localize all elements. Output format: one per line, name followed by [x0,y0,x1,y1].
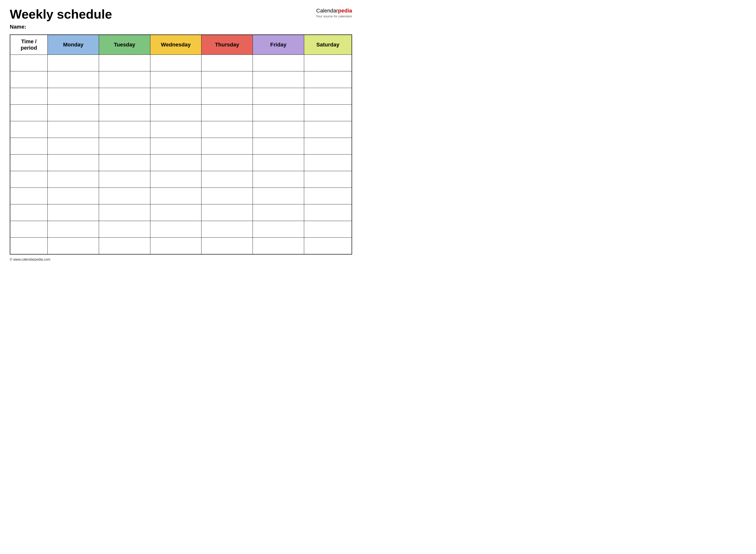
table-row [10,155,352,171]
schedule-cell[interactable] [253,204,304,221]
time-cell[interactable] [10,155,48,171]
schedule-cell[interactable] [99,121,150,138]
schedule-cell[interactable] [99,204,150,221]
schedule-cell[interactable] [99,221,150,238]
schedule-cell[interactable] [99,238,150,254]
schedule-cell[interactable] [150,204,202,221]
schedule-cell[interactable] [150,88,202,105]
schedule-cell[interactable] [253,105,304,121]
time-cell[interactable] [10,238,48,254]
schedule-cell[interactable] [253,88,304,105]
schedule-cell[interactable] [304,88,352,105]
schedule-cell[interactable] [48,155,99,171]
schedule-cell[interactable] [48,105,99,121]
time-cell[interactable] [10,88,48,105]
schedule-cell[interactable] [304,204,352,221]
schedule-cell[interactable] [99,155,150,171]
schedule-cell[interactable] [253,121,304,138]
schedule-cell[interactable] [253,238,304,254]
schedule-cell[interactable] [99,88,150,105]
time-cell[interactable] [10,221,48,238]
logo-calendar-text: Calendar [316,8,338,14]
schedule-cell[interactable] [304,221,352,238]
schedule-cell[interactable] [202,155,253,171]
schedule-cell[interactable] [150,238,202,254]
schedule-cell[interactable] [253,155,304,171]
time-cell[interactable] [10,71,48,88]
col-header-monday: Monday [48,35,99,55]
schedule-cell[interactable] [99,188,150,204]
schedule-cell[interactable] [304,55,352,71]
schedule-cell[interactable] [99,55,150,71]
time-cell[interactable] [10,188,48,204]
col-header-thursday: Thursday [202,35,253,55]
col-header-friday: Friday [253,35,304,55]
schedule-cell[interactable] [202,171,253,188]
time-cell[interactable] [10,55,48,71]
title-area: Weekly schedule [10,7,112,21]
table-row [10,221,352,238]
time-cell[interactable] [10,138,48,155]
schedule-cell[interactable] [304,71,352,88]
schedule-cell[interactable] [48,121,99,138]
name-label: Name: [10,24,352,30]
table-row [10,55,352,71]
schedule-cell[interactable] [48,138,99,155]
schedule-cell[interactable] [150,105,202,121]
schedule-cell[interactable] [150,221,202,238]
schedule-cell[interactable] [202,204,253,221]
time-cell[interactable] [10,121,48,138]
schedule-cell[interactable] [304,138,352,155]
schedule-cell[interactable] [202,71,253,88]
schedule-cell[interactable] [202,138,253,155]
schedule-cell[interactable] [202,221,253,238]
schedule-cell[interactable] [253,171,304,188]
schedule-cell[interactable] [304,188,352,204]
schedule-cell[interactable] [253,138,304,155]
schedule-cell[interactable] [304,155,352,171]
schedule-cell[interactable] [48,88,99,105]
time-cell[interactable] [10,105,48,121]
schedule-cell[interactable] [99,105,150,121]
schedule-cell[interactable] [253,188,304,204]
schedule-cell[interactable] [304,238,352,254]
schedule-cell[interactable] [304,105,352,121]
schedule-cell[interactable] [99,71,150,88]
schedule-cell[interactable] [253,55,304,71]
schedule-cell[interactable] [253,221,304,238]
table-row [10,105,352,121]
schedule-cell[interactable] [48,71,99,88]
col-header-tuesday: Tuesday [99,35,150,55]
schedule-cell[interactable] [150,188,202,204]
schedule-cell[interactable] [99,138,150,155]
schedule-cell[interactable] [150,55,202,71]
col-header-wednesday: Wednesday [150,35,202,55]
schedule-cell[interactable] [48,188,99,204]
schedule-cell[interactable] [253,71,304,88]
schedule-cell[interactable] [304,171,352,188]
schedule-cell[interactable] [150,138,202,155]
schedule-cell[interactable] [202,55,253,71]
schedule-cell[interactable] [202,105,253,121]
schedule-cell[interactable] [150,171,202,188]
schedule-cell[interactable] [150,71,202,88]
time-cell[interactable] [10,171,48,188]
schedule-cell[interactable] [202,121,253,138]
schedule-cell[interactable] [202,188,253,204]
table-row [10,121,352,138]
schedule-cell[interactable] [99,171,150,188]
schedule-cell[interactable] [202,238,253,254]
schedule-cell[interactable] [48,55,99,71]
time-cell[interactable] [10,204,48,221]
logo-tagline: Your source for calendars [316,14,352,18]
table-header-row: Time / period Monday Tuesday Wednesday T… [10,35,352,55]
logo-area: Calendarpedia Your source for calendars [316,7,352,18]
schedule-cell[interactable] [48,221,99,238]
schedule-cell[interactable] [48,204,99,221]
schedule-cell[interactable] [304,121,352,138]
schedule-cell[interactable] [48,238,99,254]
schedule-cell[interactable] [48,171,99,188]
schedule-cell[interactable] [202,88,253,105]
schedule-cell[interactable] [150,155,202,171]
schedule-cell[interactable] [150,121,202,138]
